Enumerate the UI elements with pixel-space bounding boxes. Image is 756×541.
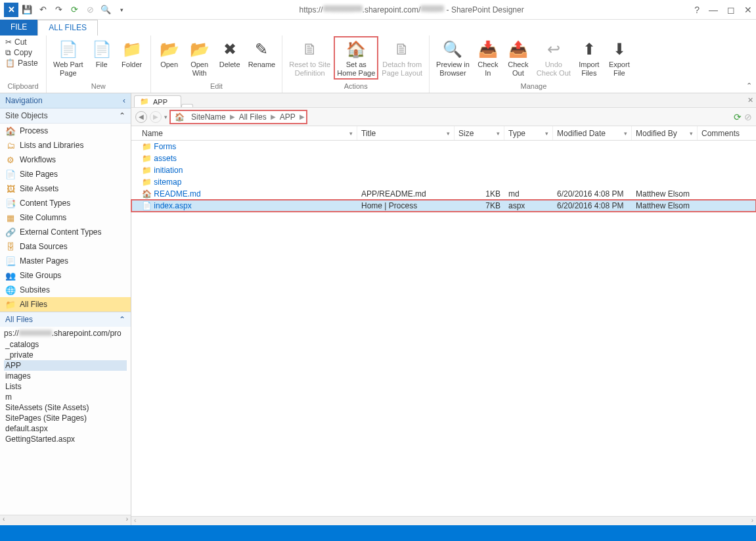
table-row[interactable]: 📁 sitemap — [131, 176, 756, 188]
tab-blank[interactable] — [181, 104, 193, 107]
refresh-icon[interactable]: ⟳ — [67, 3, 81, 17]
file-name[interactable]: Forms — [154, 142, 176, 151]
paste-button[interactable]: 📋Paste — [4, 58, 42, 68]
rename-button[interactable]: ✎Rename — [246, 37, 278, 70]
preview-button[interactable]: 🔍Preview in Browser — [434, 37, 472, 79]
col-type[interactable]: Type▾ — [504, 126, 553, 140]
help-icon[interactable]: ? — [694, 5, 700, 15]
stop-icon[interactable]: ⊘ — [744, 112, 752, 122]
ribbon-collapse-icon[interactable]: ⌃ — [746, 82, 752, 90]
new-file-button[interactable]: 📄File — [87, 37, 116, 70]
table-row[interactable]: 📄 index.aspxHome | Process7KBaspx6/20/20… — [131, 200, 756, 212]
sidebar-item-site-pages[interactable]: 📄Site Pages — [0, 167, 131, 181]
crumb-site[interactable]: SiteName — [187, 112, 230, 122]
stop-icon[interactable]: ⊘ — [83, 3, 97, 17]
undo-icon[interactable]: ↶ — [35, 3, 50, 17]
col-name[interactable]: Name▾ — [138, 126, 357, 140]
file-name[interactable]: index.aspx — [154, 201, 191, 210]
crumb-app[interactable]: APP — [276, 112, 300, 122]
table-row[interactable]: 🏠 README.mdAPP/README.md1KBmd6/20/2016 4… — [131, 188, 756, 200]
col-size[interactable]: Size▾ — [455, 126, 504, 140]
sidebar-item-lists-and-libraries[interactable]: 🗂Lists and Libraries — [0, 138, 131, 153]
check-in-button[interactable]: 📥Check In — [474, 37, 502, 79]
nav-back-button[interactable]: ◀ — [135, 111, 147, 123]
navigation-header[interactable]: Navigation‹ — [0, 93, 131, 108]
col-date[interactable]: Modified Date▾ — [553, 126, 632, 140]
sidebar-item-process[interactable]: 🏠Process — [0, 124, 131, 138]
col-title[interactable]: Title▾ — [357, 126, 455, 140]
save-icon[interactable]: 💾 — [20, 3, 34, 17]
minimize-icon[interactable]: — — [709, 5, 718, 15]
table-row[interactable]: 📁 assets — [131, 153, 756, 164]
tree-item[interactable]: SiteAssets (Site Assets) — [4, 402, 127, 413]
nav-icon: 👥 — [5, 270, 16, 281]
nav-label: Content Types — [20, 199, 70, 208]
chevron-up-icon[interactable]: ⌃ — [119, 111, 125, 120]
sidebar-item-content-types[interactable]: 📑Content Types — [0, 196, 131, 210]
sidebar-item-site-groups[interactable]: 👥Site Groups — [0, 268, 131, 283]
tree-item[interactable]: m — [4, 392, 127, 402]
file-name[interactable]: README.md — [154, 189, 200, 199]
check-out-button[interactable]: 📤Check Out — [504, 37, 533, 79]
crumb-allfiles[interactable]: All Files — [235, 112, 271, 122]
file-name[interactable]: initiation — [154, 166, 183, 175]
tree-url[interactable]: ps://.sharepoint.com/pro — [3, 328, 128, 339]
copy-button[interactable]: ⧉Copy — [4, 47, 42, 58]
tree-item[interactable]: Lists — [4, 381, 127, 392]
qat-dropdown-icon[interactable]: ▾ — [114, 3, 129, 17]
close-icon[interactable]: ✕ — [744, 5, 752, 15]
sidebar-item-external-content-types[interactable]: 🔗External Content Types — [0, 225, 131, 239]
tree-item[interactable]: _private — [4, 350, 127, 360]
cut-button[interactable]: ✂Cut — [4, 37, 42, 47]
content-scroll-bar[interactable]: ‹› — [131, 516, 756, 525]
sidebar-item-subsites[interactable]: 🌐Subsites — [0, 283, 131, 297]
open-with-button[interactable]: 📂Open With — [185, 37, 214, 79]
import-files-button[interactable]: ⬆Import Files — [575, 37, 604, 79]
sidebar-item-workflows[interactable]: ⚙Workflows — [0, 153, 131, 167]
col-by[interactable]: Modified By▾ — [632, 126, 698, 140]
refresh-icon[interactable]: ⟳ — [734, 112, 742, 122]
file-name[interactable]: sitemap — [154, 177, 181, 187]
history-dropdown-icon[interactable]: ▾ — [164, 114, 167, 120]
site-objects-header[interactable]: Site Objects⌃ — [0, 108, 131, 124]
app-icon[interactable]: ✕ — [4, 3, 18, 17]
sidebar-item-site-columns[interactable]: ▦Site Columns — [0, 210, 131, 225]
nav-scroll-bar[interactable]: ‹› — [0, 515, 131, 525]
export-file-button[interactable]: ⬇Export File — [605, 37, 634, 79]
set-as-home-page-button[interactable]: 🏠Set as Home Page — [334, 37, 378, 79]
table-row[interactable]: 📁 Forms — [131, 141, 756, 153]
chevron-up-icon[interactable]: ⌃ — [119, 315, 125, 324]
cell-type: md — [504, 189, 553, 199]
tab-app[interactable]: 📁APP — [134, 95, 181, 107]
open-button[interactable]: 📂Open — [155, 37, 184, 70]
nav-forward-button[interactable]: ▶ — [150, 111, 162, 123]
ribbon: ✂Cut ⧉Copy 📋Paste Clipboard 📄Web Part Pa… — [0, 35, 756, 93]
collapse-icon[interactable]: ‹ — [123, 96, 125, 105]
maximize-icon[interactable]: ◻ — [727, 5, 735, 15]
ribbon-tabs: FILE ALL FILES — [0, 20, 756, 35]
tab-close-icon[interactable]: ✕ — [747, 96, 753, 105]
sidebar-item-master-pages[interactable]: 📃Master Pages — [0, 254, 131, 268]
tree-item[interactable]: images — [4, 371, 127, 381]
sidebar-item-site-assets[interactable]: 🖼Site Assets — [0, 181, 131, 196]
new-folder-button[interactable]: 📁Folder — [118, 37, 146, 70]
tree-item[interactable]: APP — [4, 360, 127, 371]
tree-item[interactable]: _catalogs — [4, 339, 127, 350]
preview-icon[interactable]: 🔍 — [99, 3, 113, 17]
sidebar-item-all-files[interactable]: 📁All Files — [0, 297, 131, 312]
sidebar-item-data-sources[interactable]: 🗄Data Sources — [0, 239, 131, 254]
tab-file[interactable]: FILE — [0, 20, 37, 35]
tree-item[interactable]: SitePages (Site Pages) — [4, 413, 127, 423]
delete-button[interactable]: ✖Delete — [215, 37, 244, 70]
web-part-page-button[interactable]: 📄Web Part Page — [51, 37, 86, 79]
tab-all-files[interactable]: ALL FILES — [37, 20, 98, 35]
tree-item[interactable]: default.aspx — [4, 423, 127, 434]
redo-icon[interactable]: ↷ — [51, 3, 66, 17]
col-comments[interactable]: Comments — [698, 126, 741, 140]
window-title: https://xxxxxx.sharepoint.com/xxx - Shar… — [129, 5, 694, 14]
file-name[interactable]: assets — [154, 154, 177, 163]
home-icon[interactable]: 🏠 — [172, 112, 187, 122]
tree-item[interactable]: GettingStarted.aspx — [4, 434, 127, 444]
all-files-header[interactable]: All Files⌃ — [0, 312, 131, 327]
table-row[interactable]: 📁 initiation — [131, 164, 756, 176]
